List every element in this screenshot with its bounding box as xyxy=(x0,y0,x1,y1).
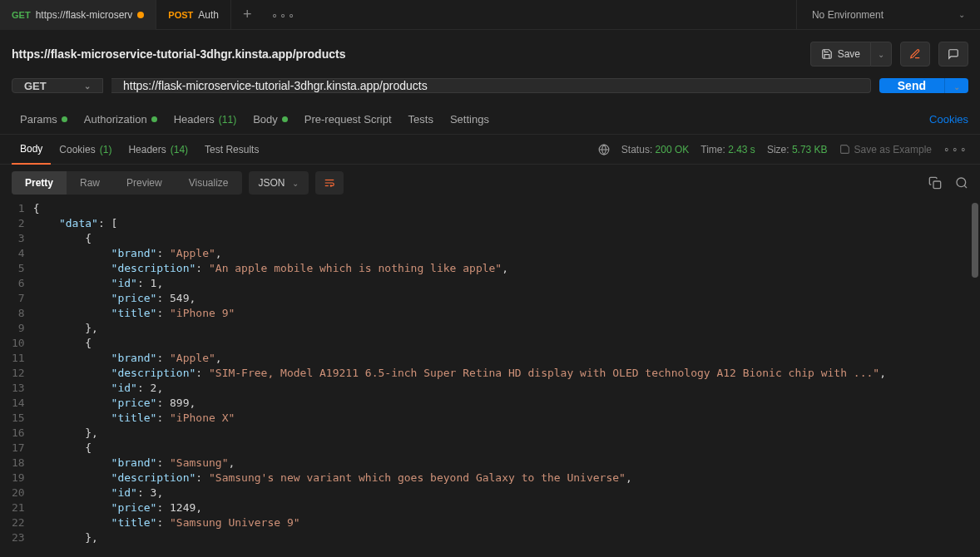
search-button[interactable] xyxy=(955,176,968,190)
headers-count: (14) xyxy=(171,144,188,155)
code-body: { "data": [ { "brand": "Apple", "descrip… xyxy=(33,201,980,544)
resp-tab-testresults[interactable]: Test Results xyxy=(196,135,267,165)
line-gutter: 1234567891011121314151617181920212223 xyxy=(0,201,33,544)
view-preview[interactable]: Preview xyxy=(113,171,176,195)
view-visualize[interactable]: Visualize xyxy=(176,171,242,195)
send-button-group: Send ⌄ xyxy=(879,78,968,93)
tab-tests[interactable]: Tests xyxy=(400,105,442,135)
view-raw[interactable]: Raw xyxy=(67,171,113,195)
response-body-viewer[interactable]: 1234567891011121314151617181920212223 { … xyxy=(0,201,980,544)
edit-button[interactable] xyxy=(900,42,930,67)
tab-label: Auth xyxy=(198,9,219,21)
scrollbar-thumb[interactable] xyxy=(972,203,978,278)
status-meta: Status: 200 OK xyxy=(621,144,689,155)
environment-label: No Environment xyxy=(812,9,883,21)
comment-icon xyxy=(948,48,959,60)
environment-selector[interactable]: No Environment ⌄ xyxy=(796,0,980,30)
tab-params[interactable]: Params xyxy=(12,105,76,135)
unsaved-indicator-icon xyxy=(137,12,144,18)
save-as-example-button[interactable]: Save as Example xyxy=(839,144,932,155)
tab-settings[interactable]: Settings xyxy=(442,105,497,135)
tab-body[interactable]: Body xyxy=(245,105,296,135)
method-selector[interactable]: GET ⌄ xyxy=(12,78,103,93)
globe-icon[interactable] xyxy=(598,144,610,155)
format-selector[interactable]: JSON ⌄ xyxy=(249,171,309,195)
response-more-button[interactable]: ∘∘∘ xyxy=(943,144,968,155)
request-row: GET ⌄ Send ⌄ xyxy=(0,78,980,105)
cookies-count: (1) xyxy=(100,144,112,155)
tabs-bar: GET https://flask-microserv POST Auth + … xyxy=(0,0,980,30)
send-dropdown-button[interactable]: ⌄ xyxy=(944,78,968,93)
active-dot-icon xyxy=(62,116,67,122)
send-button[interactable]: Send xyxy=(879,78,944,93)
tab-authorization[interactable]: Authorization xyxy=(76,105,166,135)
search-icon xyxy=(955,176,968,190)
wrap-lines-button[interactable] xyxy=(315,171,344,195)
chevron-down-icon: ⌄ xyxy=(292,179,299,188)
view-pretty[interactable]: Pretty xyxy=(12,171,67,195)
title-bar: https://flask-microservice-tutorial-3dhg… xyxy=(0,30,980,78)
save-dropdown-button[interactable]: ⌄ xyxy=(870,42,892,67)
wrap-icon xyxy=(324,177,335,189)
headers-count: (11) xyxy=(219,114,236,126)
save-button[interactable]: Save xyxy=(810,42,870,67)
tab-headers[interactable]: Headers(11) xyxy=(166,105,245,135)
save-button-group: Save ⌄ xyxy=(810,42,892,67)
resp-tab-cookies[interactable]: Cookies(1) xyxy=(51,135,120,165)
tab-method-badge: POST xyxy=(168,10,193,20)
tab-request-2[interactable]: POST Auth xyxy=(156,0,231,30)
chevron-down-icon: ⌄ xyxy=(953,82,960,91)
view-mode-segment: Pretty Raw Preview Visualize xyxy=(12,171,242,195)
comment-button[interactable] xyxy=(938,42,968,67)
chevron-down-icon: ⌄ xyxy=(84,81,91,91)
response-meta: Status: 200 OK Time: 2.43 s Size: 5.73 K… xyxy=(598,144,968,155)
tab-request-1[interactable]: GET https://flask-microserv xyxy=(0,0,156,30)
tab-label: https://flask-microserv xyxy=(36,9,133,21)
url-input[interactable] xyxy=(111,78,871,93)
request-title: https://flask-microservice-tutorial-3dhg… xyxy=(12,47,345,61)
svg-line-6 xyxy=(964,185,967,188)
view-controls: Pretty Raw Preview Visualize JSON ⌄ xyxy=(0,165,980,201)
copy-button[interactable] xyxy=(928,176,942,190)
time-meta: Time: 2.43 s xyxy=(700,144,755,155)
copy-icon xyxy=(928,176,942,190)
tab-prerequest[interactable]: Pre-request Script xyxy=(296,105,400,135)
tab-method-badge: GET xyxy=(12,10,31,20)
response-tabs: Body Cookies(1) Headers(14) Test Results… xyxy=(0,135,980,165)
method-value: GET xyxy=(24,80,47,92)
cookies-link[interactable]: Cookies xyxy=(929,113,968,126)
resp-tab-headers[interactable]: Headers(14) xyxy=(120,135,196,165)
active-dot-icon xyxy=(151,116,157,122)
save-label: Save xyxy=(838,48,860,60)
resp-tab-body[interactable]: Body xyxy=(12,135,51,165)
request-tabs: Params Authorization Headers(11) Body Pr… xyxy=(0,105,980,135)
chevron-down-icon: ⌄ xyxy=(958,10,965,19)
pencil-icon xyxy=(909,48,921,60)
new-tab-button[interactable]: + xyxy=(231,6,264,23)
svg-point-5 xyxy=(957,178,966,187)
save-icon xyxy=(839,144,850,155)
svg-rect-4 xyxy=(933,181,941,189)
active-dot-icon xyxy=(282,116,288,122)
save-icon xyxy=(821,48,833,60)
chevron-down-icon: ⌄ xyxy=(878,50,884,59)
tab-overflow-button[interactable]: ∘∘∘ xyxy=(263,8,304,21)
size-meta: Size: 5.73 KB xyxy=(767,144,828,155)
